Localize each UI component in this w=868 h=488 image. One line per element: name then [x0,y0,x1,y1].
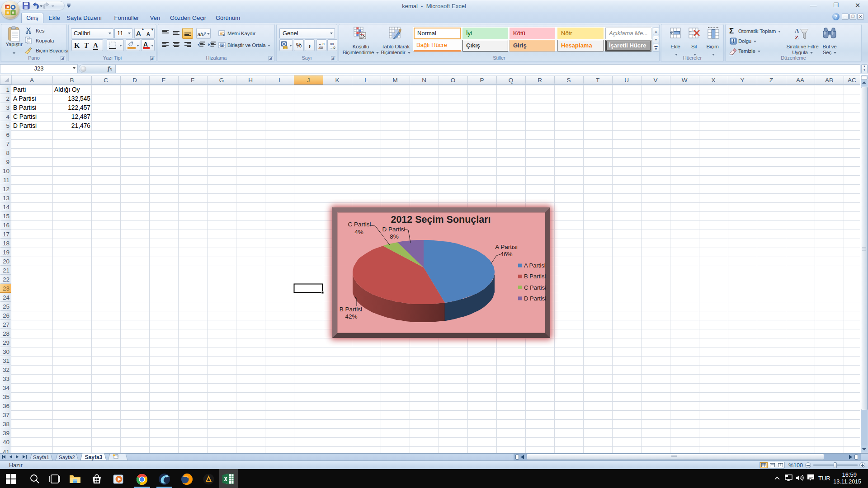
svg-text:Sayfa3: Sayfa3 [85,454,103,460]
svg-text:7: 7 [6,141,9,147]
svg-text:F: F [191,77,194,84]
svg-text:K: K [335,77,339,84]
svg-text:M: M [392,77,397,84]
svg-text:A Partisi: A Partisi [524,262,546,269]
svg-text:D Partisi: D Partisi [524,295,546,302]
svg-text:11: 11 [3,177,9,183]
svg-text:E: E [161,77,165,84]
svg-text:Z: Z [769,77,773,84]
svg-text:J: J [307,77,310,84]
svg-text:U: U [624,77,629,84]
svg-text:5: 5 [6,122,9,129]
svg-text:34: 34 [3,385,10,391]
svg-text:S: S [566,77,571,84]
svg-text:ab: ab [198,32,203,37]
svg-text:36: 36 [3,403,9,409]
svg-text:V: V [653,77,657,84]
svg-text:4: 4 [6,113,9,120]
svg-text:A Partisi: A Partisi [13,95,36,102]
svg-text:3: 3 [6,104,9,111]
svg-text:D Partisi: D Partisi [382,226,405,233]
svg-text:132,545: 132,545 [68,95,90,102]
svg-text:G: G [219,77,224,84]
svg-text:Sayfa1: Sayfa1 [33,455,49,460]
svg-text:23: 23 [3,285,9,292]
svg-text:41: 41 [3,449,9,453]
svg-text:8: 8 [6,150,9,156]
svg-text:C Partisi: C Partisi [348,221,371,228]
svg-text:X: X [711,77,715,84]
svg-text:12: 12 [3,186,9,192]
svg-text:a: a [221,44,223,47]
svg-text:19: 19 [3,249,9,256]
svg-text:4%: 4% [354,229,363,235]
svg-text:26: 26 [3,312,9,319]
svg-text:Q: Q [509,77,514,84]
svg-text:28: 28 [3,330,9,337]
svg-text:.00: .00 [318,46,323,50]
svg-text:AA: AA [796,77,804,84]
svg-text:C Partisi: C Partisi [524,284,546,291]
svg-text:12,487: 12,487 [71,113,90,120]
svg-text:B Partisi: B Partisi [524,273,546,280]
svg-text:29: 29 [3,339,9,346]
svg-text:14: 14 [3,204,10,211]
svg-text:AC: AC [848,77,856,84]
svg-text:16: 16 [3,222,9,229]
svg-text:21,476: 21,476 [71,122,91,129]
svg-text:Sayfa2: Sayfa2 [59,455,75,460]
svg-text:40: 40 [3,439,9,446]
svg-text:B Partisi: B Partisi [13,104,36,111]
svg-text:39: 39 [3,430,9,436]
svg-text:AB: AB [825,77,833,84]
svg-text:10: 10 [3,168,9,174]
svg-text:B: B [70,77,74,84]
svg-text:D: D [132,77,137,84]
svg-text:A: A [795,27,799,34]
svg-text:24: 24 [3,294,10,301]
svg-text:30: 30 [3,348,9,355]
svg-text:35: 35 [3,394,9,400]
svg-text:A Partisi: A Partisi [495,244,518,250]
svg-text:8%: 8% [390,233,399,240]
svg-text:T: T [596,77,599,84]
svg-text:18: 18 [3,240,9,247]
svg-text:27: 27 [3,321,9,328]
svg-text:37: 37 [3,412,9,418]
svg-text:33: 33 [3,375,9,382]
svg-text:25: 25 [3,303,9,310]
svg-text:R: R [538,77,542,84]
svg-text:H: H [248,77,253,84]
svg-text:1: 1 [6,86,9,93]
svg-text:9: 9 [6,159,9,165]
svg-text:42%: 42% [345,313,357,320]
svg-text:17: 17 [3,231,9,238]
svg-text:Aldığı Oy: Aldığı Oy [54,86,80,93]
svg-text:W: W [682,77,688,84]
svg-text:6: 6 [6,131,9,138]
svg-text:21: 21 [3,267,9,274]
svg-text:L: L [364,77,368,84]
svg-text:2012 Seçim Sonuçları: 2012 Seçim Sonuçları [391,214,491,225]
svg-text:22: 22 [3,276,9,283]
svg-text:31: 31 [3,357,9,364]
svg-text:D Partisi: D Partisi [13,122,37,129]
svg-text:B Partisi: B Partisi [340,306,362,313]
svg-text:I: I [278,77,280,84]
svg-text:2: 2 [6,95,9,102]
svg-text:C Partisi: C Partisi [13,113,37,120]
svg-text:A: A [30,77,34,84]
svg-text:→.0: →.0 [329,46,335,50]
svg-text:15: 15 [3,213,9,220]
svg-text:Parti: Parti [13,86,26,93]
svg-text:122,457: 122,457 [68,104,90,111]
svg-text:P: P [480,77,484,84]
svg-text:N: N [422,77,426,84]
svg-text:38: 38 [3,421,9,427]
svg-text:13: 13 [3,195,9,202]
svg-text:O: O [451,77,456,84]
svg-text:20: 20 [3,258,9,265]
svg-text:46%: 46% [500,251,512,258]
svg-text:Z: Z [795,34,799,41]
svg-text:C: C [104,77,108,84]
